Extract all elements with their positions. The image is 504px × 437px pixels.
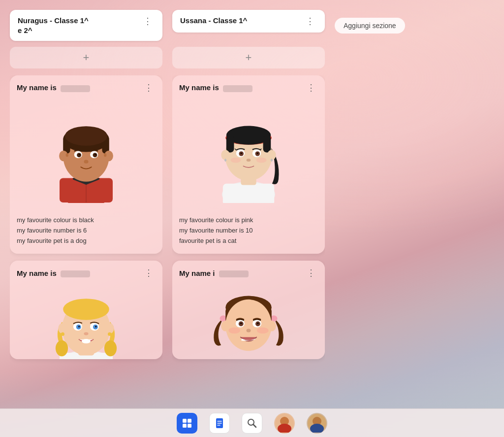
svg-point-61: [247, 159, 251, 162]
grid-taskbar-icon[interactable]: [177, 413, 197, 434]
card-2-header: My name is ⋮: [179, 82, 318, 93]
student-card-4: My name i ⋮: [172, 261, 325, 359]
card-1-title: My name is: [17, 83, 90, 92]
svg-rect-42: [223, 184, 274, 203]
svg-point-58: [257, 152, 258, 154]
svg-point-76: [240, 322, 242, 324]
boy-avatar-svg: [42, 104, 130, 203]
svg-point-62: [230, 158, 241, 163]
columns-header: Nuragus - Classe 1^ e 2^ ⋮ Ussana - Clas…: [10, 10, 494, 41]
nuragus-title: Nuragus - Classe 1^ e 2^: [18, 16, 89, 35]
card-2-text: my favourite colour is pink my favourite…: [179, 215, 318, 246]
svg-rect-47: [226, 135, 234, 153]
add-row: + +: [10, 47, 494, 68]
student-card-1: My name is ⋮: [10, 75, 162, 254]
svg-rect-83: [183, 424, 187, 428]
nuragus-menu-icon[interactable]: ⋮: [141, 16, 155, 27]
svg-point-26: [63, 299, 109, 320]
card-1-menu[interactable]: ⋮: [142, 82, 156, 93]
svg-point-8: [65, 126, 107, 146]
card-2-avatar: [179, 97, 318, 210]
right-column-header: Ussana - Classe 1^ ⋮: [172, 10, 325, 33]
svg-point-37: [78, 326, 80, 328]
card-4-title: My name i: [179, 269, 249, 277]
doc-taskbar-icon[interactable]: [209, 413, 230, 434]
svg-point-63: [256, 158, 267, 163]
card-2-menu[interactable]: ⋮: [305, 82, 318, 93]
svg-point-27: [56, 340, 68, 356]
card-3-name-redacted: [61, 270, 90, 277]
card-1-header: My name is ⋮: [17, 82, 156, 93]
svg-point-18: [66, 153, 68, 157]
svg-point-79: [229, 327, 240, 334]
ussana-section-card: Ussana - Classe 1^ ⋮: [172, 10, 325, 33]
add-card-left[interactable]: +: [10, 47, 162, 68]
girl-blonde-svg: [42, 282, 130, 359]
svg-point-17: [84, 160, 89, 164]
card-1-text: my favourite colour is black my favourit…: [17, 215, 156, 246]
main-content: Nuragus - Classe 1^ e 2^ ⋮ Ussana - Clas…: [0, 0, 504, 437]
card-3-header: My name is ⋮: [17, 268, 156, 278]
svg-point-80: [257, 327, 268, 334]
svg-rect-48: [263, 135, 271, 153]
taskbar-avatar-2[interactable]: [307, 413, 327, 434]
card-1-name-redacted: [61, 85, 90, 92]
ussana-menu-icon[interactable]: ⋮: [304, 16, 317, 27]
card-2-name-redacted: [223, 85, 252, 92]
girl-dark-svg: [204, 104, 293, 203]
card-3-title: My name is: [17, 269, 90, 277]
search-taskbar-icon[interactable]: [242, 413, 262, 434]
aggiungi-sezione-button[interactable]: Aggiungi sezione: [335, 18, 405, 34]
add-icon-left: +: [83, 52, 90, 63]
svg-point-29: [58, 323, 67, 334]
card-3-avatar: [17, 282, 156, 359]
columns-body: My name is ⋮: [10, 75, 494, 407]
svg-point-30: [105, 323, 114, 334]
svg-rect-84: [188, 424, 191, 428]
card-1-avatar: [17, 97, 156, 210]
svg-point-39: [84, 333, 89, 336]
card-2-title: My name is: [179, 83, 252, 92]
card-4-name-redacted: [219, 270, 249, 277]
svg-point-19: [104, 153, 106, 157]
svg-point-57: [240, 152, 242, 154]
card-3-menu[interactable]: ⋮: [142, 268, 156, 278]
svg-rect-82: [188, 419, 191, 423]
svg-point-16: [94, 154, 96, 156]
taskbar: [0, 408, 504, 437]
svg-rect-81: [183, 419, 187, 423]
student-card-3: My name is ⋮: [10, 261, 162, 359]
svg-point-40: [82, 339, 91, 343]
svg-point-71: [225, 300, 272, 351]
svg-point-15: [79, 154, 81, 156]
left-column-header: Nuragus - Classe 1^ e 2^ ⋮: [10, 10, 162, 41]
svg-point-38: [95, 326, 97, 328]
nuragus-section-card: Nuragus - Classe 1^ e 2^ ⋮: [10, 10, 162, 41]
card-4-menu[interactable]: ⋮: [305, 268, 318, 278]
ussana-title: Ussana - Classe 1^: [180, 16, 247, 26]
card-4-header: My name i ⋮: [179, 268, 318, 278]
student-card-2: My name is ⋮: [172, 75, 325, 254]
add-icon-right: +: [246, 52, 252, 63]
taskbar-avatar-1[interactable]: [274, 413, 295, 434]
left-column: My name is ⋮: [10, 75, 162, 407]
svg-point-77: [257, 322, 259, 324]
svg-line-90: [253, 424, 256, 427]
svg-point-32: [108, 333, 111, 336]
add-card-right[interactable]: +: [172, 47, 325, 68]
card-4-avatar: [179, 282, 318, 359]
right-column: My name is ⋮: [172, 75, 325, 407]
svg-point-28: [104, 340, 117, 356]
svg-point-78: [247, 329, 251, 332]
girl-pigtails-svg: [204, 282, 293, 359]
svg-point-31: [61, 333, 64, 336]
